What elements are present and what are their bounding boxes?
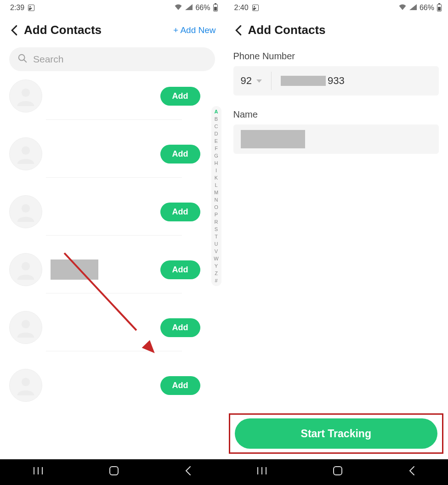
index-letter[interactable]: U (215, 241, 218, 247)
battery-text: 66% (420, 4, 434, 12)
index-letter[interactable]: V (215, 248, 218, 254)
contact-list[interactable]: Add Add Add (0, 79, 224, 409)
app-header: Add Contacts (224, 16, 448, 43)
index-letter[interactable]: C (215, 124, 218, 129)
add-button[interactable]: Add (160, 145, 200, 164)
index-letter[interactable]: B (215, 116, 218, 122)
android-nav-bar (0, 459, 448, 485)
search-input[interactable]: Search (9, 47, 215, 71)
contact-row[interactable]: Add (0, 293, 210, 351)
wifi-icon (174, 4, 182, 12)
recents-button[interactable] (32, 466, 44, 478)
battery-icon (437, 4, 442, 11)
avatar (9, 369, 42, 402)
index-letter[interactable]: D (215, 131, 218, 136)
status-time: 2:40 (234, 4, 249, 12)
recents-button[interactable] (256, 466, 268, 478)
chevron-down-icon (256, 79, 262, 83)
nav-back-button[interactable] (184, 466, 192, 479)
svg-point-4 (22, 204, 30, 213)
svg-rect-15 (334, 467, 342, 475)
svg-point-7 (22, 378, 30, 386)
index-letter[interactable]: O (214, 204, 218, 210)
index-letter[interactable]: K (215, 175, 218, 180)
page-title: Add Contacts (24, 23, 173, 37)
phone-number-label: Phone Number (224, 43, 448, 66)
avatar (9, 79, 42, 113)
name-input[interactable] (233, 124, 439, 154)
right-screen: 2:40 66% Add Contacts Phone Number (224, 0, 448, 459)
battery-icon (213, 4, 218, 11)
add-button[interactable]: Add (160, 260, 200, 279)
svg-rect-11 (110, 467, 118, 475)
index-letter[interactable]: Y (215, 263, 218, 269)
index-letter[interactable]: Z (215, 271, 218, 276)
signal-icon (409, 4, 417, 12)
app-header: Add Contacts + Add New (0, 16, 224, 43)
avatar (9, 311, 42, 344)
screenshot-icon (28, 5, 34, 11)
index-letter[interactable]: # (215, 278, 217, 283)
index-letter[interactable]: E (215, 138, 218, 144)
index-letter[interactable]: M (214, 190, 218, 195)
status-bar: 2:39 66% (0, 0, 224, 16)
country-code-select[interactable]: 92 (241, 72, 272, 90)
back-icon[interactable] (8, 24, 20, 36)
alpha-index[interactable]: A B C D E F G H I K L M N O P R S T U V (211, 106, 221, 286)
index-letter[interactable]: T (215, 234, 218, 239)
name-redacted (241, 130, 305, 148)
contact-row[interactable]: Add (0, 79, 210, 120)
wifi-icon (398, 4, 407, 12)
left-screen: 2:39 66% Add Contacts + Add New (0, 0, 224, 459)
contact-row[interactable]: Add (0, 236, 210, 293)
avatar (9, 137, 42, 170)
search-placeholder: Search (33, 54, 64, 65)
index-letter[interactable]: W (214, 256, 218, 261)
svg-line-1 (24, 60, 27, 62)
index-letter[interactable]: P (215, 212, 218, 217)
index-letter[interactable]: H (215, 160, 218, 166)
page-title: Add Contacts (248, 23, 440, 37)
index-letter[interactable]: S (215, 226, 218, 232)
add-button[interactable]: Add (160, 87, 200, 106)
screenshot-icon (252, 5, 259, 11)
avatar (9, 253, 42, 286)
home-button[interactable] (108, 465, 119, 479)
index-letter[interactable]: G (214, 153, 218, 158)
contacts-area: Add Add Add (0, 79, 224, 459)
svg-point-5 (22, 262, 30, 271)
search-icon (17, 53, 28, 65)
index-letter[interactable]: L (215, 182, 217, 188)
add-button[interactable]: Add (160, 318, 200, 337)
name-label: Name (224, 96, 448, 124)
contact-row[interactable]: Add (0, 178, 210, 236)
home-button[interactable] (332, 465, 343, 479)
start-tracking-button[interactable]: Start Tracking (235, 418, 438, 449)
contact-row[interactable]: Add (0, 351, 210, 409)
index-letter[interactable]: F (215, 146, 218, 151)
index-letter[interactable]: N (215, 197, 218, 203)
index-letter[interactable]: I (215, 168, 217, 173)
avatar (9, 195, 42, 228)
country-code-value: 92 (241, 75, 252, 87)
add-button[interactable]: Add (160, 376, 200, 395)
battery-text: 66% (195, 4, 210, 12)
svg-point-3 (22, 147, 30, 155)
add-button[interactable]: Add (160, 203, 200, 221)
phone-number-input[interactable]: 92 933 (233, 66, 439, 96)
annotation-highlight-box: Start Tracking (229, 413, 444, 454)
svg-point-2 (22, 89, 30, 97)
status-bar: 2:40 66% (224, 0, 448, 16)
index-letter[interactable]: A (215, 109, 218, 114)
index-letter[interactable]: R (215, 219, 218, 225)
status-time: 2:39 (10, 4, 24, 12)
phone-number-suffix: 933 (328, 75, 345, 87)
back-icon[interactable] (233, 24, 244, 36)
contact-row[interactable]: Add (0, 120, 210, 178)
phone-number-redacted (281, 76, 326, 86)
signal-icon (185, 4, 193, 12)
nav-back-button[interactable] (408, 466, 416, 479)
add-new-link[interactable]: + Add New (173, 25, 215, 35)
svg-point-6 (22, 320, 30, 328)
contact-name-redacted (51, 259, 98, 280)
